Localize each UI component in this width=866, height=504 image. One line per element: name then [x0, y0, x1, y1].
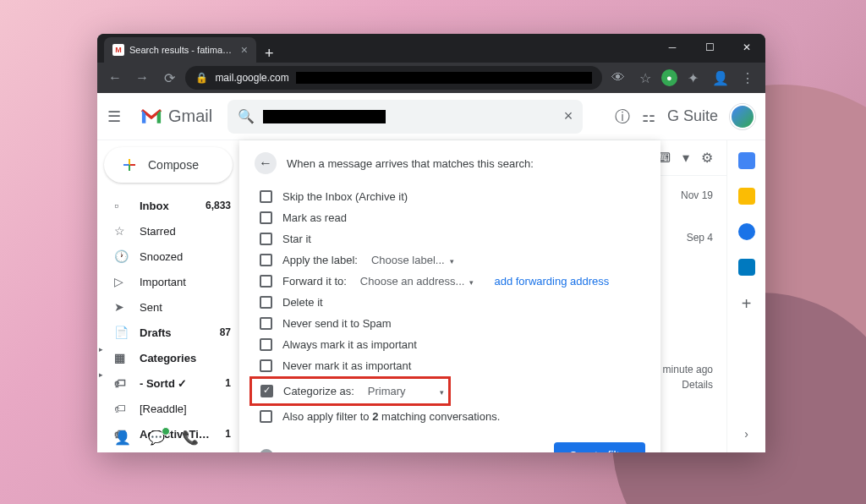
url-host: mail.google.com: [215, 72, 288, 84]
contacts-icon[interactable]: 👤: [114, 430, 131, 446]
settings-gear-icon[interactable]: ⚙: [701, 150, 713, 166]
star-icon: ☆: [114, 224, 128, 238]
sidebar-item-drafts[interactable]: 📄Drafts87: [97, 320, 239, 345]
reload-button[interactable]: ⟳: [158, 70, 180, 86]
eye-icon[interactable]: 👁: [607, 70, 629, 85]
checkbox[interactable]: [260, 275, 272, 288]
message-date: Sep 4: [687, 232, 713, 244]
search-query-redacted: [263, 110, 386, 123]
add-forwarding-link[interactable]: add forwarding address: [494, 275, 609, 288]
sidebar-item--readdle-[interactable]: 🏷[Readdle]: [97, 396, 239, 421]
gmail-logo[interactable]: Gmail: [140, 107, 212, 126]
close-tab-icon[interactable]: ×: [241, 43, 248, 57]
extension-icon[interactable]: ●: [661, 69, 677, 86]
nav-label: Categories: [140, 352, 219, 364]
nav-label: - Sortd ✓: [140, 377, 213, 390]
filter-apply-label[interactable]: Apply the label:Choose label...▾: [255, 249, 645, 271]
sidebar-item-starred[interactable]: ☆Starred: [97, 218, 239, 244]
bookmark-star-icon[interactable]: ☆: [634, 70, 656, 86]
close-window-button[interactable]: ✕: [728, 34, 765, 61]
filter-also-apply[interactable]: Also apply filter to 2 matching conversa…: [255, 406, 645, 427]
maximize-button[interactable]: ☐: [691, 34, 728, 61]
sidebar-item-android[interactable]: 🏷Android: [97, 446, 239, 452]
filter-never-important[interactable]: Never mark it as important: [255, 355, 645, 376]
sidebar-item--sortd-[interactable]: 🏷- Sortd ✓1: [97, 370, 239, 396]
sidebar: Compose ▫Inbox6,833☆Starred🕐Snoozed▷Impo…: [97, 140, 239, 452]
draft-icon: 📄: [114, 326, 128, 339]
checkbox[interactable]: [260, 296, 272, 309]
filter-title: When a message arrives that matches this…: [287, 157, 534, 170]
highlighted-option: Categorize as:Primary▾: [249, 376, 451, 406]
sidebar-item-important[interactable]: ▷Important: [97, 269, 239, 294]
checkbox[interactable]: [260, 211, 272, 224]
filter-never-spam[interactable]: Never send it to Spam: [255, 313, 645, 334]
search-icon: 🔍: [238, 108, 255, 124]
main-menu-icon[interactable]: ☰: [107, 107, 124, 126]
filter-skip-inbox[interactable]: Skip the Inbox (Archive it): [255, 186, 645, 207]
checkbox[interactable]: [260, 359, 272, 372]
sidebar-item-categories[interactable]: ▦Categories: [97, 345, 239, 370]
help-icon: ?: [260, 449, 273, 452]
clock-icon: 🕐: [114, 249, 128, 263]
support-icon[interactable]: ⓘ: [615, 107, 630, 127]
filter-always-important[interactable]: Always mark it as important: [255, 334, 645, 355]
checkbox[interactable]: [260, 233, 272, 245]
checkbox[interactable]: [260, 317, 272, 330]
checkbox-checked[interactable]: [260, 385, 273, 397]
back-button[interactable]: ←: [255, 152, 277, 174]
sidebar-item-sent[interactable]: ➤Sent: [97, 294, 239, 320]
forward-button[interactable]: →: [131, 70, 153, 85]
url-redacted: [296, 72, 592, 84]
browser-menu-icon[interactable]: ⋮: [737, 70, 759, 86]
sidebar-item-snoozed[interactable]: 🕐Snoozed: [97, 244, 239, 269]
clear-search-icon[interactable]: ×: [564, 107, 573, 125]
sidebar-item-inbox[interactable]: ▫Inbox6,833: [97, 193, 239, 218]
collapse-panel-icon[interactable]: ›: [744, 427, 748, 441]
learn-more-link[interactable]: ?Learn more: [260, 449, 337, 452]
nav-label: Starred: [140, 225, 219, 238]
filter-mark-read[interactable]: Mark as read: [255, 207, 645, 228]
add-addon-icon[interactable]: +: [742, 294, 752, 314]
checkbox[interactable]: [260, 254, 272, 266]
hangouts-icon[interactable]: 💬: [148, 430, 165, 446]
checkbox[interactable]: [260, 190, 272, 203]
profile-icon[interactable]: 👤: [710, 70, 732, 86]
category-dropdown[interactable]: Primary▾: [368, 385, 444, 397]
checkbox[interactable]: [260, 338, 272, 351]
filter-star[interactable]: Star it: [255, 228, 645, 249]
account-avatar[interactable]: [730, 104, 755, 129]
forward-dropdown[interactable]: Choose an address...▾: [360, 275, 474, 288]
filter-delete[interactable]: Delete it: [255, 292, 645, 313]
browser-tab[interactable]: M Search results - fatima@addictive ×: [104, 37, 256, 63]
browser-window: M Search results - fatima@addictive × + …: [97, 34, 765, 452]
chevron-down-icon[interactable]: ▾: [682, 150, 689, 166]
back-button[interactable]: ←: [104, 70, 126, 85]
filter-categorize[interactable]: Categorize as:Primary▾: [255, 381, 445, 402]
keep-addon-icon[interactable]: [738, 188, 755, 205]
tasks-addon-icon[interactable]: [738, 223, 755, 240]
gmail-text: Gmail: [168, 107, 212, 126]
activity-info: 1 minute ago Details: [655, 362, 713, 392]
compose-button[interactable]: Compose: [104, 147, 233, 183]
nav-count: 1: [225, 377, 231, 389]
nav-label: Important: [140, 276, 219, 288]
nav-count: 87: [220, 326, 231, 338]
nav-count: 6,833: [206, 200, 231, 211]
calendar-addon-icon[interactable]: [738, 152, 755, 169]
create-filter-button[interactable]: Create filter: [554, 442, 645, 452]
apps-grid-icon[interactable]: ⚏: [642, 107, 655, 126]
main-area: ⌨ ▾ ⚙ Nov 19 Sep 4 1 minute ago Details …: [239, 140, 726, 452]
new-tab-button[interactable]: +: [256, 45, 282, 63]
nav-label: Drafts: [140, 326, 208, 339]
gsuite-logo: G Suite: [667, 107, 718, 125]
minimize-button[interactable]: ─: [654, 34, 691, 61]
label-dropdown[interactable]: Choose label...▾: [371, 254, 454, 266]
filter-forward[interactable]: Forward it to:Choose an address...▾add f…: [255, 271, 645, 292]
trello-addon-icon[interactable]: [738, 259, 755, 276]
compose-plus-icon: [121, 156, 138, 173]
phone-icon[interactable]: 📞: [182, 430, 199, 446]
search-box[interactable]: 🔍 ×: [227, 100, 583, 134]
extensions-puzzle-icon[interactable]: ✦: [682, 70, 704, 86]
checkbox[interactable]: [260, 410, 272, 423]
url-bar[interactable]: 🔒 mail.google.com: [185, 66, 601, 90]
